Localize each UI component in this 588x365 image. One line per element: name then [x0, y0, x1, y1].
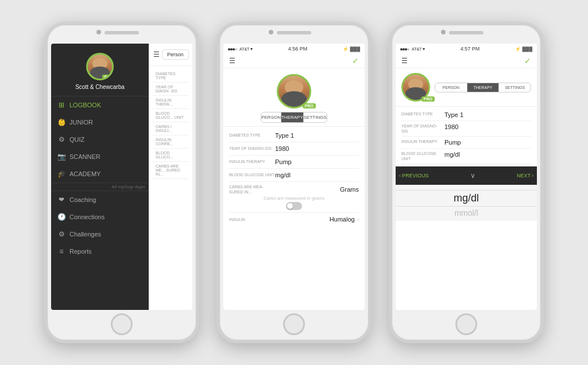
phone-3: AT&T ▾ 4:57 PM ⚡ ▓▓▓ ☰ ✓ [389, 22, 544, 343]
nav-label-connections: Connections [69, 213, 105, 220]
nav-item-reports[interactable]: ≡ Reports [51, 243, 149, 260]
phone-2-header: ☰ ✓ [223, 54, 365, 68]
nav-item-coaching[interactable]: ❤ Coaching [51, 191, 149, 208]
nav-item-logbook[interactable]: ⊞ LOGBOOK [51, 96, 149, 114]
scanner-icon: 📷 [57, 152, 66, 161]
nav-label-academy: ACADEMY [69, 170, 100, 177]
avatar-2: PRO [277, 74, 311, 108]
tab-settings-2[interactable]: SETTINGS [304, 112, 327, 122]
phone-2-profile: PRO PERSON THERAPY SETTINGS [223, 68, 365, 127]
p3-bg-unit-value: mg/dl [444, 151, 531, 158]
wifi-icon-3: ▾ [423, 46, 425, 52]
field-carbs: CARBS / INSULI... [152, 122, 189, 135]
chevron-right-icon: › [357, 216, 359, 223]
bg-unit-value: mg/dl [275, 172, 359, 178]
p3-field-bg-unit: BLOOD GLUCOSE UNIT mg/dl [401, 149, 531, 164]
nav-label-coaching: Coaching [69, 196, 96, 203]
avatar: PRO [86, 53, 114, 80]
home-button-2[interactable] [283, 313, 305, 335]
battery-icon-3: ▓▓▓ [523, 46, 533, 52]
hamburger-icon: ☰ [153, 51, 160, 59]
bluetooth-icon-3: ⚡ [515, 46, 521, 52]
signal-icon [228, 46, 237, 52]
year-value: 1980 [275, 145, 359, 152]
therapy-value: Pump [275, 158, 359, 165]
nav-item-academy[interactable]: 🎓 ACADEMY [51, 165, 149, 182]
tab-person-3[interactable]: PERSON [435, 83, 467, 92]
nav-label-scanner: SCANNER [69, 153, 100, 160]
time-display-3: 4:57 PM [461, 46, 480, 52]
reports-icon: ≡ [57, 247, 66, 256]
status-bar-2: AT&T ▾ 4:56 PM ⚡ ▓▓▓ [223, 44, 365, 54]
nav-label-quiz: QUIZ [69, 136, 84, 143]
nav-menu: ⊞ LOGBOOK 👶 JUNIOR ⚙ QUIZ 📷 [51, 96, 149, 310]
quiz-icon: ⚙ [57, 135, 66, 144]
unit-picker: mg/dl mmol/l [396, 185, 537, 221]
person-tab[interactable]: Person [162, 49, 189, 60]
logbook-icon: ⊞ [57, 100, 66, 110]
signal-icon-3 [400, 46, 409, 52]
coaching-icon: ❤ [57, 195, 66, 204]
field-row-therapy: INSULIN THERAPY Pump [229, 156, 359, 169]
phone-3-header: ☰ ✓ [396, 54, 537, 68]
toggle-switch[interactable] [286, 202, 302, 210]
nav-item-scanner[interactable]: 📷 SCANNER [51, 148, 149, 165]
field-insulin: INSULIN THERA... [152, 96, 189, 109]
avatar-3: PRO [401, 73, 430, 102]
nav-label-logbook: LOGBOOK [69, 102, 101, 108]
field-blood-glucose: BLOOD GLUCO... UNIT [152, 109, 189, 122]
prev-button[interactable]: ‹ PREVIOUS [399, 173, 429, 178]
tab-settings-3[interactable]: SETTINGS [499, 83, 531, 92]
check-icon-3: ✓ [524, 56, 531, 65]
battery-icon: ▓▓▓ [350, 46, 361, 52]
insulin-value: Humalog [330, 216, 355, 223]
tab-therapy-2[interactable]: THERAPY [281, 112, 304, 122]
home-button-3[interactable] [455, 313, 477, 335]
segment-control-2: PERSON THERAPY SETTINGS [261, 112, 327, 123]
pro-badge: PRO [102, 75, 114, 80]
p3-field-diabetes: DIABETES TYPE Type 1 [401, 109, 531, 121]
check-icon: ✓ [352, 56, 359, 65]
field-blood-glucose2: BLOOD GLUCO... [152, 149, 189, 162]
phone-1: PRO Scott & Chewcarba ⊞ LOGBOOK 👶 JUNIOR [44, 22, 199, 343]
nav-center: ∨ [429, 172, 517, 180]
nav-item-challenges[interactable]: ⚙ Challenges [51, 226, 149, 243]
tab-therapy-3[interactable]: THERAPY [467, 83, 500, 92]
nav-item-connections[interactable]: 🕐 Connections [51, 208, 149, 226]
academy-icon: 🎓 [57, 169, 66, 178]
connections-icon: 🕐 [57, 212, 66, 222]
nav-label-challenges: Challenges [69, 231, 101, 238]
picker-dim[interactable]: mmol/l [454, 208, 478, 218]
sidebar: PRO Scott & Chewcarba ⊞ LOGBOOK 👶 JUNIOR [51, 44, 149, 310]
nav-item-junior[interactable]: 👶 JUNIOR [51, 114, 149, 131]
main-scene: PRO Scott & Chewcarba ⊞ LOGBOOK 👶 JUNIOR [33, 10, 555, 355]
nav-bar: ‹ PREVIOUS ∨ NEXT › [396, 166, 537, 185]
phone-3-form: DIABETES TYPE Type 1 YEAR OF DIAGNO- SIS… [396, 107, 537, 166]
chevron-left-icon: ‹ [399, 173, 401, 178]
bluetooth-icon: ⚡ [343, 46, 349, 52]
diabetes-value: Type 1 [275, 132, 359, 139]
field-row-year: YEAR OF DIAGNO-SIS 1980 [229, 142, 359, 156]
segment-control-3: PERSON THERAPY SETTINGS [435, 83, 531, 92]
phone-2: AT&T ▾ 4:56 PM ⚡ ▓▓▓ ☰ ✓ [216, 22, 372, 343]
prev-label: PREVIOUS [402, 173, 429, 178]
field-diabetes-type: DIABETES TYPE [152, 69, 189, 83]
home-button[interactable] [111, 313, 133, 335]
nav-item-quiz[interactable]: ⚙ QUIZ [51, 131, 149, 148]
phone-2-form: DIABETES TYPE Type 1 YEAR OF DIAGNO-SIS … [223, 127, 365, 310]
tab-person-2[interactable]: PERSON [261, 112, 281, 122]
insulin-row[interactable]: INSULIN Humalog › [229, 213, 359, 226]
phone-3-profile: PRO PERSON THERAPY SETTINGS [396, 68, 537, 107]
phone-2-screen: AT&T ▾ 4:56 PM ⚡ ▓▓▓ ☰ ✓ [223, 44, 365, 310]
picker-selected[interactable]: mg/dl [454, 192, 479, 204]
hamburger-icon-3: ☰ [401, 57, 408, 65]
phone-1-screen: PRO Scott & Chewcarba ⊞ LOGBOOK 👶 JUNIOR [51, 44, 192, 310]
nav-label-junior: JUNIOR [69, 119, 93, 126]
next-button[interactable]: NEXT › [517, 173, 533, 178]
chevron-down-icon: ∨ [470, 172, 475, 180]
junior-icon: 👶 [57, 118, 66, 127]
all-apps-label: All mySugr Apps [51, 182, 149, 191]
field-insulin-corr: INSULIN CORRE... [152, 135, 189, 149]
carrier-label: AT&T [239, 47, 249, 51]
user-name: Scott & Chewcarba [75, 84, 125, 90]
